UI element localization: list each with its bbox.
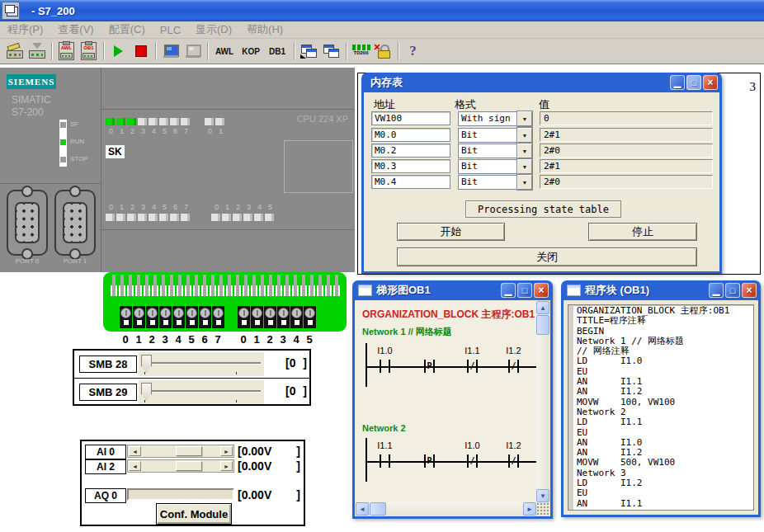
start-button[interactable]: 开始 — [397, 223, 505, 241]
scroll-thumb[interactable] — [176, 461, 202, 471]
scroll-right-arrow[interactable]: ► — [523, 502, 536, 516]
address-input[interactable] — [371, 144, 450, 158]
contact-nc[interactable]: I1.2 / — [508, 454, 519, 468]
menu-config[interactable]: 配置(C) — [101, 22, 153, 37]
input-switch[interactable] — [133, 306, 145, 328]
contact-edge[interactable]: P — [424, 454, 435, 468]
slider-thumb[interactable] — [141, 383, 152, 400]
input-switch[interactable] — [304, 306, 316, 328]
scroll-down-arrow[interactable]: ▼ — [536, 489, 549, 502]
processing-state-table-button[interactable]: Processing state table — [465, 200, 621, 218]
format-select[interactable]: Bit ▼ — [458, 159, 532, 174]
menu-help[interactable]: 帮助(H) — [239, 22, 290, 37]
contact-nc[interactable]: I1.0 / — [467, 454, 478, 468]
maximize-button[interactable]: □ — [725, 283, 740, 298]
input-switch[interactable] — [251, 306, 263, 328]
run-button[interactable] — [107, 40, 130, 62]
ai2-scrollbar[interactable]: ◄ ► — [127, 459, 234, 473]
address-input[interactable] — [371, 128, 450, 142]
ai0-scrollbar[interactable]: ◄ ► — [127, 445, 234, 458]
resize-grip[interactable] — [536, 502, 549, 516]
horizontal-scrollbar[interactable]: ◄ ► — [356, 502, 536, 516]
ob1-editor-button[interactable]: OB1 — [78, 40, 100, 62]
menu-plc[interactable]: PLC — [153, 24, 188, 36]
scroll-right-arrow[interactable]: ► — [220, 461, 233, 471]
input-switch[interactable] — [172, 306, 185, 328]
smb29-slider[interactable] — [139, 380, 264, 404]
awl-view-button[interactable]: AWL — [211, 40, 238, 62]
kop-view-button[interactable]: KOP — [238, 40, 264, 62]
input-switch[interactable] — [264, 306, 276, 328]
download-program-button[interactable] — [26, 40, 48, 62]
address-input[interactable] — [371, 175, 450, 189]
close-button[interactable]: × — [703, 75, 718, 90]
stop-button[interactable] — [130, 40, 152, 62]
menu-display[interactable]: 显示(D) — [188, 22, 239, 37]
monitor-off-button[interactable] — [182, 40, 204, 62]
unlock-button[interactable]: ✕ — [372, 40, 394, 62]
help-button[interactable]: ? — [402, 40, 424, 62]
stl-code-area[interactable]: ORGANIZATION_BLOCK 主程序:OB1 TITLE=程序注释 BE… — [568, 304, 754, 511]
input-switch[interactable] — [212, 306, 224, 328]
scroll-left-arrow[interactable]: ◄ — [356, 502, 369, 516]
menu-view[interactable]: 查看(V) — [50, 22, 101, 37]
scroll-right-arrow[interactable]: ► — [220, 446, 233, 456]
arrange-windows-button[interactable] — [320, 40, 342, 62]
smb28-slider[interactable] — [139, 352, 264, 376]
input-switch[interactable] — [238, 306, 250, 328]
input-switch[interactable] — [290, 306, 303, 328]
input-switch[interactable] — [146, 306, 158, 328]
cascade-windows-button[interactable] — [298, 40, 320, 62]
dropdown-arrow-icon[interactable]: ▼ — [517, 111, 532, 126]
ladder-titlebar[interactable]: 梯形图OB1 ▁ □ × — [355, 280, 550, 300]
scroll-left-arrow[interactable]: ◄ — [129, 461, 141, 471]
db1-view-button[interactable]: DB1 — [264, 40, 290, 62]
conf-module-button[interactable]: Conf. Module — [156, 503, 232, 525]
close-button[interactable]: × — [742, 283, 757, 298]
dropdown-arrow-icon[interactable]: ▼ — [517, 144, 532, 158]
app-icon[interactable] — [2, 2, 20, 20]
input-switch[interactable] — [186, 306, 198, 328]
scroll-left-arrow[interactable]: ◄ — [129, 446, 141, 456]
program-block-titlebar[interactable]: 程序块 (OB1) ▁ □ × — [564, 280, 758, 300]
dropdown-arrow-icon[interactable]: ▼ — [517, 128, 532, 143]
minimize-button[interactable]: ▁ — [709, 283, 724, 298]
close-table-button[interactable]: 关闭 — [397, 247, 697, 266]
input-switch[interactable] — [159, 306, 172, 328]
scroll-thumb[interactable] — [176, 446, 202, 456]
td200-button[interactable]: TD200 — [350, 40, 372, 62]
dropdown-arrow-icon[interactable]: ▼ — [517, 175, 532, 190]
close-button[interactable]: × — [534, 283, 549, 298]
minimize-button[interactable]: ▁ — [670, 75, 685, 90]
contact-nc[interactable]: I1.2 / — [508, 360, 519, 373]
dropdown-arrow-icon[interactable]: ▼ — [517, 159, 532, 174]
scroll-up-arrow[interactable]: ▲ — [536, 301, 549, 314]
stop-button[interactable]: 停止 — [588, 223, 697, 241]
format-value: Bit — [458, 144, 517, 158]
input-switch[interactable] — [199, 306, 211, 328]
format-select[interactable]: Bit ▼ — [458, 144, 532, 158]
load-program-button[interactable] — [3, 40, 26, 62]
address-input[interactable] — [371, 159, 450, 173]
contact-no[interactable]: I1.0 — [380, 360, 390, 373]
maximize-button[interactable]: □ — [686, 75, 701, 90]
minimize-button[interactable]: ▁ — [501, 283, 516, 298]
address-input[interactable] — [371, 111, 450, 125]
memory-table-titlebar[interactable]: 内存表 ▁ □ × — [364, 73, 719, 92]
vertical-scrollbar[interactable]: ▲ ▼ — [536, 301, 549, 502]
scroll-thumb[interactable] — [536, 315, 549, 335]
scroll-thumb[interactable] — [370, 502, 386, 516]
format-select[interactable]: Bit ▼ — [458, 128, 532, 143]
input-switch[interactable] — [120, 306, 132, 328]
menu-program[interactable]: 程序(P) — [0, 22, 50, 37]
contact-nc[interactable]: I1.1 / — [467, 360, 478, 373]
format-select[interactable]: With sign ▼ — [458, 111, 532, 126]
monitor-on-button[interactable] — [159, 40, 182, 62]
slider-thumb[interactable] — [141, 355, 152, 372]
awl-editor-button[interactable]: AWL — [55, 40, 78, 62]
input-switch[interactable] — [277, 306, 290, 328]
format-select[interactable]: Bit ▼ — [458, 175, 532, 190]
contact-edge[interactable]: P — [424, 360, 435, 373]
contact-no[interactable]: I1.1 — [380, 454, 390, 468]
maximize-button[interactable]: □ — [517, 283, 532, 298]
